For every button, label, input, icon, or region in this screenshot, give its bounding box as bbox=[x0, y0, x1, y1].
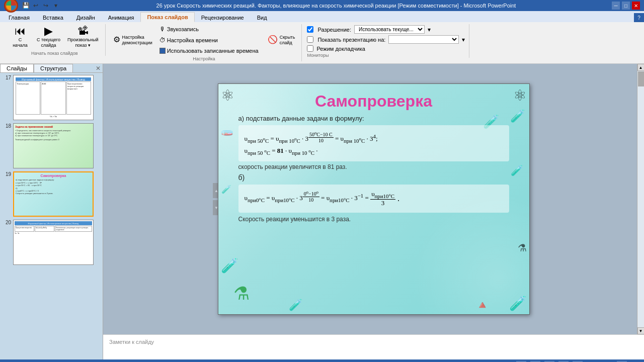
tab-design[interactable]: Дизайн bbox=[70, 12, 102, 22]
slide-thumb-20[interactable]: 20 Изучаемый фактор | Используемые вещес… bbox=[2, 220, 101, 265]
slide-17-num: 17 bbox=[2, 75, 11, 80]
setup-demo-label: Настройкадемонстрации bbox=[122, 35, 152, 46]
show-on-row: Показать презентацию на: ▾ bbox=[307, 35, 465, 44]
slide-thumb-19[interactable]: 19 Самопроверка а) подставить данные зад… bbox=[2, 171, 101, 217]
redo-button[interactable]: ↪ bbox=[41, 1, 50, 10]
slide-background: ⚛ ⚛ 🧪 🧪 🧫 🧪 ⚗ 🧪 🔺 🧪 🧪 ⚗ 🧪 bbox=[218, 84, 529, 314]
slide-18-num: 18 bbox=[2, 123, 11, 129]
ribbon-tabs: Главная Вставка Дизайн Анимация Показ сл… bbox=[0, 11, 644, 22]
from-start-icon: ⏮ bbox=[15, 26, 26, 37]
slide-17-content: Изучаемый фактор | Используемые вещества… bbox=[14, 75, 93, 120]
hide-slide-button[interactable]: 🚫 Скрытьслайд bbox=[265, 33, 298, 47]
help-button[interactable]: ? bbox=[634, 13, 644, 22]
slide-19-num: 19 bbox=[2, 171, 11, 177]
minimize-button[interactable]: ─ bbox=[612, 2, 620, 10]
use-timing-label: Использовать записанные времена bbox=[167, 48, 259, 54]
setup-group-label: Настройка bbox=[193, 56, 215, 61]
quick-access-toolbar: 💾 ↩ ↪ ▾ bbox=[21, 1, 60, 10]
from-current-button[interactable]: ▶ С текущегослайда bbox=[34, 24, 63, 50]
office-icon bbox=[6, 1, 16, 11]
tab-structure[interactable]: Структура bbox=[34, 64, 73, 72]
scroll-down-button[interactable]: ▼ bbox=[637, 327, 645, 334]
tab-slides[interactable]: Слайды bbox=[0, 64, 34, 72]
scroll-thumb[interactable] bbox=[638, 71, 644, 86]
slide-17-img: Изучаемый фактор | Используемые вещества… bbox=[13, 75, 94, 120]
use-timing-checkbox[interactable]: Использовать записанные времена bbox=[157, 46, 261, 55]
slide-thumb-18[interactable]: 18 Задача на применение знаний • Определ… bbox=[2, 123, 101, 168]
presenter-label: Режим докладчика bbox=[316, 46, 365, 52]
resolution-select[interactable]: Использовать текуще... bbox=[354, 25, 425, 34]
setup-buttons: ⚙ Настройкадемонстрации 🎙 Звукозапись ⏱ … bbox=[111, 24, 298, 55]
formula-b-line1: υпри0°С = υпри10°С · 30о−10о10 = υпри10°… bbox=[245, 190, 503, 207]
panel-close-button[interactable]: ✕ bbox=[94, 65, 103, 72]
tab-animation[interactable]: Анимация bbox=[102, 12, 141, 22]
sidebar: Слайды Структура ✕ 17 Изучаемый фактор |… bbox=[0, 64, 103, 359]
tab-review[interactable]: Рецензирование bbox=[195, 12, 251, 22]
ribbon: Главная Вставка Дизайн Анимация Показ сл… bbox=[0, 11, 644, 64]
notes-area: Заметки к слайду bbox=[103, 334, 644, 359]
slide-body: а) подставить данные задачи в формулу: υ… bbox=[218, 115, 529, 223]
office-button[interactable] bbox=[4, 0, 18, 13]
from-current-label: С текущегослайда bbox=[37, 37, 60, 48]
title-bar: 💾 ↩ ↪ ▾ 26 урок Скорость химических реак… bbox=[0, 0, 644, 11]
timing-label: Настройка времени bbox=[167, 37, 218, 43]
monitors-group-label: Мониторы bbox=[307, 53, 329, 58]
notes-placeholder: Заметки к слайду bbox=[109, 339, 154, 345]
ribbon-content: ⏮ Сначала ▶ С текущегослайда 📽 Произволь… bbox=[0, 22, 644, 63]
resolution-row: Разрешение: Использовать текуще... ▾ bbox=[307, 25, 465, 34]
show-on-select[interactable] bbox=[388, 35, 459, 44]
show-on-dropdown-icon[interactable]: ▾ bbox=[462, 36, 465, 43]
resolution-check[interactable] bbox=[307, 26, 313, 33]
save-button[interactable]: 💾 bbox=[21, 1, 30, 10]
customize-button[interactable]: ▾ bbox=[51, 1, 60, 10]
presenter-row: Режим докладчика bbox=[307, 45, 465, 52]
tab-slideshow[interactable]: Показ слайдов bbox=[140, 12, 194, 22]
slide-20-img: Изучаемый фактор | Используемые вещества… bbox=[13, 220, 94, 265]
presenter-check[interactable] bbox=[307, 45, 313, 52]
undo-button[interactable]: ↩ bbox=[31, 1, 40, 10]
scroll-track[interactable] bbox=[637, 71, 645, 327]
timing-checkbox[interactable]: ⏱ Настройка времени bbox=[157, 35, 261, 45]
slide-19-img: Самопроверка а) подставить данные задачи… bbox=[13, 171, 94, 217]
tab-view[interactable]: Вид bbox=[251, 12, 274, 22]
tab-insert[interactable]: Вставка bbox=[36, 12, 70, 22]
slide-text-b: б) bbox=[238, 173, 509, 182]
tab-home[interactable]: Главная bbox=[2, 12, 36, 22]
maximize-button[interactable]: □ bbox=[622, 2, 630, 10]
main-slide: ⚛ ⚛ 🧪 🧪 🧫 🧪 ⚗ 🧪 🔺 🧪 🧪 ⚗ 🧪 bbox=[218, 83, 530, 315]
custom-show-icon: 📽 bbox=[77, 26, 89, 37]
slide-18-content: Задача на применение знаний • Определить… bbox=[14, 124, 93, 168]
deco-flask-br: 🧪 bbox=[509, 295, 527, 312]
sound-checkbox[interactable]: 🎙 Звукозапись bbox=[157, 24, 261, 34]
formula-a-line1: υпри 50оС = υпри 10оС · 350оС−10 С10 = υ… bbox=[245, 131, 503, 144]
use-timing-check-icon bbox=[159, 48, 166, 54]
setup-demo-button[interactable]: ⚙ Настройкадемонстрации bbox=[111, 33, 155, 47]
hide-slide-label: Скрытьслайд bbox=[280, 35, 295, 46]
from-current-icon: ▶ bbox=[44, 26, 53, 37]
checkboxes: 🎙 Звукозапись ⏱ Настройка времени Исполь… bbox=[157, 24, 261, 55]
setup-demo-icon: ⚙ bbox=[113, 36, 120, 44]
show-on-label: Показать презентацию на: bbox=[317, 37, 385, 43]
resolution-label: Разрешение: bbox=[317, 27, 351, 33]
group-start-show: ⏮ Сначала ▶ С текущегослайда 📽 Произволь… bbox=[4, 24, 106, 56]
content-area: ▲ ▼ ⚛ ⚛ 🧪 🧪 🧫 🧪 ⚗ 🧪 🔺 bbox=[103, 64, 644, 359]
slide-18-img: Задача на применение знаний • Определить… bbox=[13, 123, 94, 168]
slide-thumb-17[interactable]: 17 Изучаемый фактор | Используемые вещес… bbox=[2, 75, 101, 120]
slide-20-num: 20 bbox=[2, 220, 11, 225]
deco-flask-big-bl: ⚗ bbox=[233, 283, 250, 304]
custom-show-button[interactable]: 📽 Произвольныйпоказ ▾ bbox=[65, 24, 101, 50]
scroll-up-button[interactable]: ▲ bbox=[637, 64, 645, 71]
slide-20-content: Изучаемый фактор | Используемые вещества… bbox=[14, 220, 93, 264]
hide-slide-icon: 🚫 bbox=[268, 36, 278, 44]
close-button[interactable]: ✕ bbox=[632, 2, 640, 10]
workspace: Слайды Структура ✕ 17 Изучаемый фактор |… bbox=[0, 64, 644, 359]
deco-triangle-br: 🔺 bbox=[475, 299, 489, 312]
resolution-dropdown-icon[interactable]: ▾ bbox=[428, 26, 431, 33]
deco-chemical-r: ⚗ bbox=[518, 242, 527, 254]
slide-title: Самопроверка bbox=[218, 84, 529, 115]
sound-label: Звукозапись bbox=[167, 26, 199, 32]
slide-view: ▲ ▼ ⚛ ⚛ 🧪 🧪 🧫 🧪 ⚗ 🧪 🔺 bbox=[103, 64, 644, 334]
slide-panel: 17 Изучаемый фактор | Используемые вещес… bbox=[0, 73, 103, 359]
from-start-button[interactable]: ⏮ Сначала bbox=[8, 24, 32, 50]
show-on-check[interactable] bbox=[307, 36, 313, 43]
